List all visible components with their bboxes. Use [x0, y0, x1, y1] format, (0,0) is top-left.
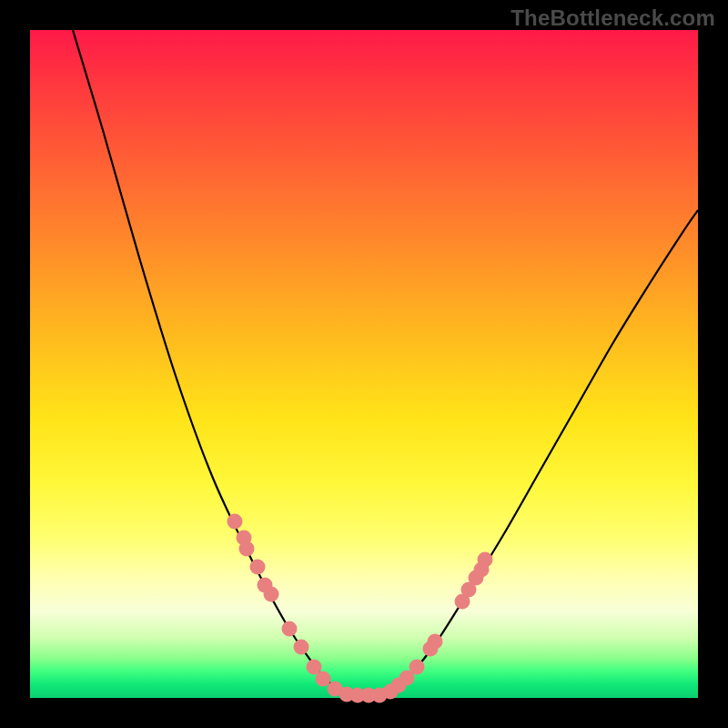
data-dot: [410, 660, 425, 675]
data-dot: [316, 672, 331, 687]
data-dot: [428, 634, 443, 650]
data-dot: [478, 552, 493, 568]
data-dot: [282, 622, 298, 637]
data-dot: [264, 587, 279, 602]
data-dot: [250, 560, 266, 575]
data-dot: [228, 514, 243, 530]
data-dot: [294, 640, 309, 655]
chart-svg: [30, 30, 698, 698]
left-cluster-dots: [228, 514, 388, 703]
bottleneck-curve: [73, 30, 698, 695]
chart-frame: TheBottleneck.com: [0, 0, 728, 728]
plot-area: [30, 30, 698, 698]
right-cluster-dots: [383, 552, 493, 700]
watermark-text: TheBottleneck.com: [511, 5, 715, 31]
data-dot: [239, 541, 255, 557]
